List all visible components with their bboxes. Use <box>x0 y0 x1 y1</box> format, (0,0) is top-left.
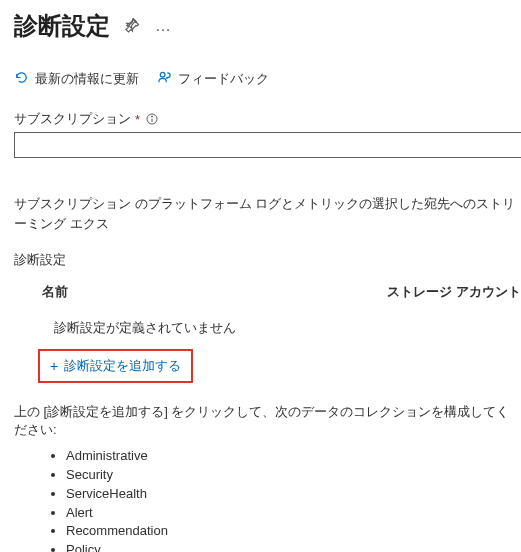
subscription-dropdown[interactable] <box>14 132 521 158</box>
plus-icon: + <box>50 359 58 373</box>
instruction-text: 上の [診断設定を追加する] をクリックして、次のデータのコレクションを構成して… <box>14 403 521 439</box>
add-setting-button[interactable]: + 診断設定を追加する <box>50 357 181 375</box>
list-item: Security <box>66 466 521 485</box>
refresh-button[interactable]: 最新の情報に更新 <box>14 70 139 88</box>
category-list: AdministrativeSecurityServiceHealthAlert… <box>14 447 521 552</box>
page-title: 診断設定 <box>14 10 110 42</box>
refresh-label: 最新の情報に更新 <box>35 70 139 88</box>
add-setting-label: 診断設定を追加する <box>64 357 181 375</box>
subscription-label: サブスクリプション <box>14 110 131 128</box>
list-item: Alert <box>66 504 521 523</box>
add-setting-highlight: + 診断設定を追加する <box>38 349 193 383</box>
feedback-label: フィードバック <box>178 70 269 88</box>
required-mark: * <box>135 112 140 127</box>
column-header-name: 名前 <box>42 283 387 301</box>
info-icon[interactable] <box>146 113 158 125</box>
pin-icon[interactable] <box>122 16 142 36</box>
feedback-icon <box>157 70 172 88</box>
empty-message: 診断設定が定義されていません <box>14 319 521 337</box>
feedback-button[interactable]: フィードバック <box>157 70 269 88</box>
list-item: Administrative <box>66 447 521 466</box>
section-label: 診断設定 <box>14 251 521 269</box>
svg-point-0 <box>160 72 165 77</box>
column-header-storage: ストレージ アカウント <box>387 283 521 301</box>
list-item: Policy <box>66 541 521 552</box>
list-item: ServiceHealth <box>66 485 521 504</box>
more-icon[interactable]: … <box>154 16 174 36</box>
refresh-icon <box>14 70 29 88</box>
list-item: Recommendation <box>66 522 521 541</box>
svg-point-3 <box>152 116 153 117</box>
description-text: サブスクリプション のプラットフォーム ログとメトリックの選択した宛先へのストリ… <box>14 194 521 233</box>
